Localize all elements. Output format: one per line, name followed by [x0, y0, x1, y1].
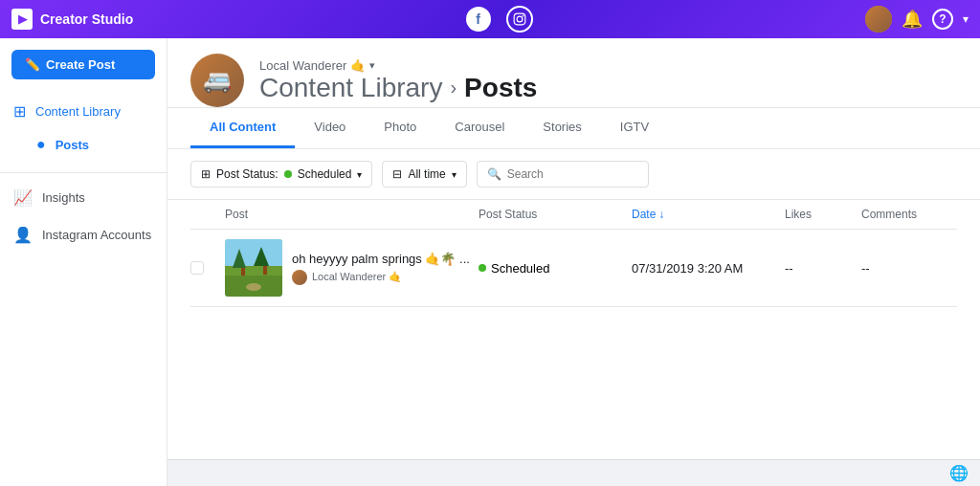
status-dropdown-icon: ▾	[357, 169, 362, 180]
comments-cell: --	[861, 261, 957, 276]
scheduled-status-dot	[284, 170, 292, 178]
post-title: oh heyyyy palm springs 🤙🌴 ...	[292, 252, 470, 266]
post-account-avatar	[292, 270, 307, 285]
tab-stories[interactable]: Stories	[523, 108, 600, 148]
nav-user-area: 🔔 ? ▾	[865, 6, 969, 33]
sidebar-item-insights[interactable]: 📈 Insights	[0, 181, 167, 214]
search-input[interactable]	[507, 167, 638, 181]
sidebar-item-content-library[interactable]: ⊞ Content Library	[0, 95, 167, 128]
post-status-label: Post Status:	[216, 167, 278, 181]
svg-rect-9	[263, 266, 267, 275]
table-area: Post Post Status Date ↓ Likes Comments	[167, 200, 980, 459]
likes-cell: --	[785, 261, 861, 276]
globe-icon[interactable]: 🌐	[949, 464, 969, 482]
row-checkbox-cell	[190, 261, 225, 275]
tab-igtv[interactable]: IGTV	[601, 108, 668, 148]
create-post-icon: ✏️	[25, 57, 40, 72]
breadcrumb-posts: Posts	[464, 73, 537, 103]
account-dropdown-icon[interactable]: ▾	[369, 59, 375, 72]
sidebar-item-instagram-accounts[interactable]: 👤 Instagram Accounts	[0, 218, 167, 252]
facebook-icon[interactable]: f	[466, 7, 491, 32]
nav-platform-icons: f	[466, 6, 533, 33]
all-time-filter[interactable]: ⊟ All time ▾	[382, 161, 466, 188]
create-post-label: Create Post	[46, 57, 115, 72]
filters-row: ⊞ Post Status: Scheduled ▾ ⊟ All time ▾ …	[167, 149, 980, 200]
sidebar-insights-label: Insights	[42, 190, 85, 205]
post-status-filter[interactable]: ⊞ Post Status: Scheduled ▾	[190, 161, 372, 188]
notifications-icon[interactable]: 🔔	[902, 9, 923, 30]
tab-all-content[interactable]: All Content	[190, 108, 295, 148]
nav-brand-area: ▶ Creator Studio	[11, 9, 133, 30]
calendar-icon: ⊟	[392, 167, 402, 181]
svg-point-1	[517, 16, 523, 22]
main-layout: ✏️ Create Post ⊞ Content Library ● Posts…	[0, 38, 980, 486]
date-cell: 07/31/2019 3:20 AM	[632, 261, 785, 276]
account-name-text: Local Wanderer 🤙	[259, 58, 366, 73]
sidebar: ✏️ Create Post ⊞ Content Library ● Posts…	[0, 38, 167, 486]
sidebar-divider	[0, 172, 167, 173]
status-text: Scheduled	[491, 261, 549, 276]
content-area: 🚐 Local Wanderer 🤙 ▾ Content Library › P…	[167, 38, 980, 486]
post-account: Local Wanderer 🤙	[292, 270, 470, 285]
svg-point-10	[246, 283, 261, 291]
post-info: oh heyyyy palm springs 🤙🌴 ... Local Wand…	[292, 252, 470, 285]
app-logo: ▶	[11, 9, 33, 30]
svg-rect-7	[241, 268, 245, 276]
page-avatar: 🚐	[190, 54, 244, 107]
content-library-icon: ⊞	[13, 102, 26, 121]
status-cell: Scheduled	[479, 261, 632, 276]
instagram-icon[interactable]	[506, 6, 533, 33]
app-name: Creator Studio	[40, 11, 133, 27]
top-navigation: ▶ Creator Studio f 🔔 ? ▾	[0, 0, 980, 38]
sidebar-item-label: Content Library	[35, 104, 121, 119]
post-thumbnail	[225, 239, 282, 297]
help-icon[interactable]: ?	[932, 9, 953, 30]
svg-point-2	[522, 15, 523, 17]
user-avatar[interactable]	[865, 6, 892, 33]
instagram-accounts-icon: 👤	[13, 226, 33, 244]
post-cell: oh heyyyy palm springs 🤙🌴 ... Local Wand…	[225, 239, 479, 297]
page-title-area: Local Wanderer 🤙 ▾ Content Library › Pos…	[259, 58, 537, 103]
header-date-col[interactable]: Date ↓	[632, 208, 785, 221]
tab-photo[interactable]: Photo	[365, 108, 435, 148]
table-header: Post Post Status Date ↓ Likes Comments	[190, 200, 957, 230]
nav-dropdown-icon[interactable]: ▾	[963, 12, 969, 26]
time-dropdown-icon: ▾	[452, 169, 457, 180]
filter-icon: ⊞	[201, 167, 211, 181]
search-icon: 🔍	[487, 167, 501, 181]
sidebar-section-library: ⊞ Content Library ● Posts	[0, 95, 167, 161]
sidebar-section-insights: 📈 Insights	[0, 181, 167, 214]
sidebar-subitem-label: Posts	[56, 138, 89, 152]
row-checkbox[interactable]	[190, 261, 204, 275]
breadcrumb-content-library: Content Library	[259, 73, 442, 103]
header-likes-col: Likes	[785, 208, 861, 221]
sidebar-section-instagram: 👤 Instagram Accounts	[0, 218, 167, 252]
tab-video[interactable]: Video	[295, 108, 365, 148]
header-comments-col: Comments	[861, 208, 957, 221]
insights-icon: 📈	[13, 188, 33, 207]
tab-carousel[interactable]: Carousel	[435, 108, 523, 148]
post-account-name: Local Wanderer 🤙	[312, 271, 402, 283]
post-status-value: Scheduled	[298, 167, 352, 181]
sidebar-instagram-label: Instagram Accounts	[42, 228, 151, 242]
sidebar-item-posts[interactable]: ● Posts	[0, 128, 167, 161]
status-dot	[479, 264, 486, 272]
tabs-row: All Content Video Photo Carousel Stories…	[167, 108, 980, 149]
page-title-row: Content Library › Posts	[259, 73, 537, 103]
create-post-button[interactable]: ✏️ Create Post	[11, 50, 155, 79]
table-row: oh heyyyy palm springs 🤙🌴 ... Local Wand…	[190, 230, 957, 307]
header-post-col: Post	[225, 208, 479, 221]
header-checkbox-col	[190, 208, 225, 221]
search-box[interactable]: 🔍	[477, 161, 649, 188]
header-status-col: Post Status	[479, 208, 632, 221]
footer: 🌐	[167, 459, 980, 486]
posts-icon: ●	[36, 136, 46, 153]
page-header: 🚐 Local Wanderer 🤙 ▾ Content Library › P…	[167, 38, 980, 108]
page-account-name: Local Wanderer 🤙 ▾	[259, 58, 537, 73]
all-time-label: All time	[408, 167, 445, 181]
breadcrumb-arrow: ›	[450, 77, 457, 99]
